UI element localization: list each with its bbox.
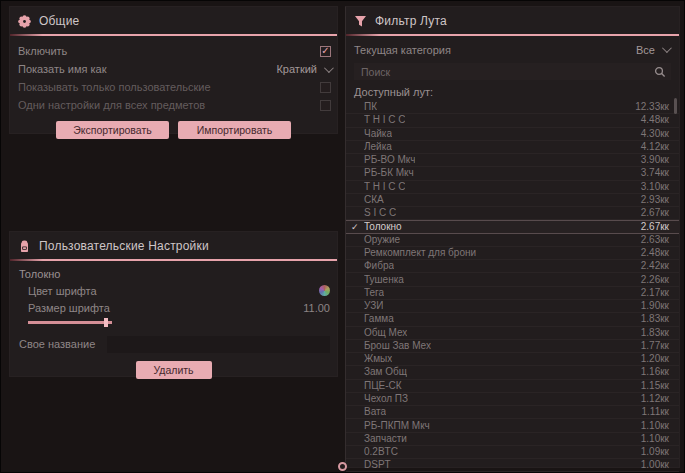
loot-list-item[interactable]: S I C C2.67кк xyxy=(346,207,679,220)
loot-item-name: Толокно xyxy=(364,221,402,233)
loot-list-item[interactable]: ✓Толокно2.67кк xyxy=(346,220,679,233)
loot-item-value: 1.10кк xyxy=(641,420,669,432)
loot-item-name: Оружие xyxy=(364,234,400,246)
search-icon[interactable] xyxy=(654,66,666,78)
loot-list-item[interactable]: РБ-ПКПМ Мкч1.10кк xyxy=(346,419,679,432)
loot-item-name: Жмых xyxy=(364,353,392,365)
loot-item-value: 1.09кк xyxy=(641,446,669,458)
loot-item-name: Вата xyxy=(364,406,386,418)
loot-list-item[interactable]: Оружие2.63кк xyxy=(346,234,679,247)
header-underline xyxy=(10,34,337,36)
selected-item-name: Толокно xyxy=(10,261,337,282)
loot-list-item[interactable]: Гамма1.83кк xyxy=(346,313,679,326)
loot-item-value: 1.83кк xyxy=(641,313,669,325)
panel-filter-title: Фильтр Лута xyxy=(375,14,447,28)
font-size-slider[interactable] xyxy=(28,318,112,327)
loot-list-item[interactable]: Зам Общ1.16кк xyxy=(346,366,679,379)
enable-label: Включить xyxy=(18,45,67,57)
only-custom-label: Показывать только пользовательские xyxy=(18,81,211,93)
loot-item-value: 2.67кк xyxy=(641,207,669,219)
loot-item-value: 2.26кк xyxy=(641,274,669,286)
loot-item-name: Ремкомплект для брони xyxy=(364,247,476,259)
same-settings-checkbox[interactable] xyxy=(320,100,331,111)
loot-item-name: Брош Зав Мех xyxy=(364,340,431,352)
name-display-value: Краткий xyxy=(276,63,317,75)
loot-item-value: 1.77кк xyxy=(641,340,669,352)
loot-list-item[interactable]: T H I C C4.48кк xyxy=(346,114,679,127)
loot-item-name: ПК xyxy=(364,101,377,113)
chevron-down-icon xyxy=(662,43,672,53)
loot-list-item[interactable]: 0.2BTC1.09кк xyxy=(346,446,679,459)
loot-item-value: 2.63кк xyxy=(641,234,669,246)
selected-check-icon: ✓ xyxy=(351,221,359,233)
panel-custom-settings: Пользовательские Настройки Толокно Цвет … xyxy=(9,231,338,377)
loot-item-value: 1.83кк xyxy=(641,327,669,339)
loot-item-value: 1.12кк xyxy=(641,393,669,405)
delete-row: Удалить xyxy=(10,361,337,379)
loot-list-item[interactable]: Лейка4.12кк xyxy=(346,141,679,154)
loot-list-item[interactable]: Чайка4.30кк xyxy=(346,128,679,141)
loot-list-item[interactable]: РБ-БК Мкч3.74кк xyxy=(346,167,679,180)
loot-item-name: Запчасти xyxy=(364,433,407,445)
custom-name-input[interactable] xyxy=(107,336,330,353)
panel-custom-title: Пользовательские Настройки xyxy=(39,239,209,253)
color-wheel-icon[interactable] xyxy=(319,285,330,296)
loot-list-item[interactable]: СКА2.93кк xyxy=(346,194,679,207)
export-import-row: Экспортировать Импортировать xyxy=(10,121,337,139)
category-dropdown[interactable]: Все xyxy=(636,44,669,56)
custom-name-label: Свое название xyxy=(19,338,95,350)
loot-list-item[interactable]: Фибра2.42кк xyxy=(346,260,679,273)
scrollbar-thumb[interactable] xyxy=(674,98,677,114)
loot-list-item[interactable]: Вата1.11кк xyxy=(346,406,679,419)
loot-item-name: РБ-БК Мкч xyxy=(364,167,414,179)
panel-general: Общие Включить ✓ Показать имя как Кратки… xyxy=(9,6,338,134)
slider-track[interactable] xyxy=(28,321,112,324)
loot-item-value: 12.33кк xyxy=(635,101,669,113)
search-input[interactable] xyxy=(359,65,654,79)
loot-list-item[interactable]: ПЦЕ-СК1.15кк xyxy=(346,380,679,393)
panel-filter-header: Фильтр Лута xyxy=(346,7,679,34)
loot-list-item[interactable]: DSPT1.00кк xyxy=(346,459,679,472)
loot-item-name: DSPT xyxy=(364,459,391,471)
loot-item-name: Общ Мех xyxy=(364,327,407,339)
loot-list-item[interactable]: T H I C C3.10кк xyxy=(346,181,679,194)
loot-list: ПК12.33ккT H I C C4.48ккЧайка4.30ккЛейка… xyxy=(346,101,679,472)
name-display-dropdown[interactable]: Краткий xyxy=(276,63,331,75)
delete-button[interactable]: Удалить xyxy=(136,361,212,379)
enable-checkbox[interactable]: ✓ xyxy=(320,46,331,57)
setting-row-same-settings: Одни настройки для всех предметов xyxy=(10,96,337,114)
category-label: Текущая категория xyxy=(354,44,451,56)
loot-list-item[interactable]: Жмых1.20кк xyxy=(346,353,679,366)
loot-item-value: 1.90кк xyxy=(641,300,669,312)
loot-item-value: 2.93кк xyxy=(641,194,669,206)
export-button[interactable]: Экспортировать xyxy=(56,121,169,139)
slider-handle[interactable] xyxy=(104,318,108,327)
loot-list-item[interactable]: Тега2.17кк xyxy=(346,287,679,300)
only-custom-checkbox[interactable] xyxy=(320,82,331,93)
font-size-label: Размер шрифта xyxy=(28,302,110,314)
setting-row-name-display: Показать имя как Краткий xyxy=(10,60,337,78)
loot-item-value: 4.48кк xyxy=(641,114,669,126)
loot-list-item[interactable]: Запчасти1.10кк xyxy=(346,433,679,446)
loot-list-item[interactable]: РБ-ВО Мкч3.90кк xyxy=(346,154,679,167)
loot-item-name: 0.2BTC xyxy=(364,446,398,458)
loot-list-item[interactable]: Брош Зав Мех1.77кк xyxy=(346,340,679,353)
loot-item-name: Фибра xyxy=(364,260,394,272)
same-settings-label: Одни настройки для всех предметов xyxy=(18,99,205,111)
loot-list-item[interactable]: Тушенка2.26кк xyxy=(346,273,679,286)
loot-list-item[interactable]: ПК12.33кк xyxy=(346,101,679,114)
loot-list-item[interactable]: УЗИ1.90кк xyxy=(346,300,679,313)
loot-item-value: 1.16кк xyxy=(641,366,669,378)
loot-item-name: Чехол ПЗ xyxy=(364,393,408,405)
import-button[interactable]: Импортировать xyxy=(178,121,291,139)
loot-item-value: 2.48кк xyxy=(641,247,669,259)
loot-item-value: 1.20кк xyxy=(641,353,669,365)
loot-list-item[interactable]: Чехол ПЗ1.12кк xyxy=(346,393,679,406)
loot-item-value: 2.17кк xyxy=(641,287,669,299)
font-size-row: Размер шрифта 11.00 xyxy=(10,299,337,316)
loot-list-item[interactable]: Общ Мех1.83кк xyxy=(346,327,679,340)
loot-list-item[interactable]: Ремкомплект для брони2.48кк xyxy=(346,247,679,260)
resize-handle-icon[interactable] xyxy=(338,462,347,471)
loot-item-value: 2.42кк xyxy=(641,260,669,272)
loot-item-name: Чайка xyxy=(364,128,392,140)
